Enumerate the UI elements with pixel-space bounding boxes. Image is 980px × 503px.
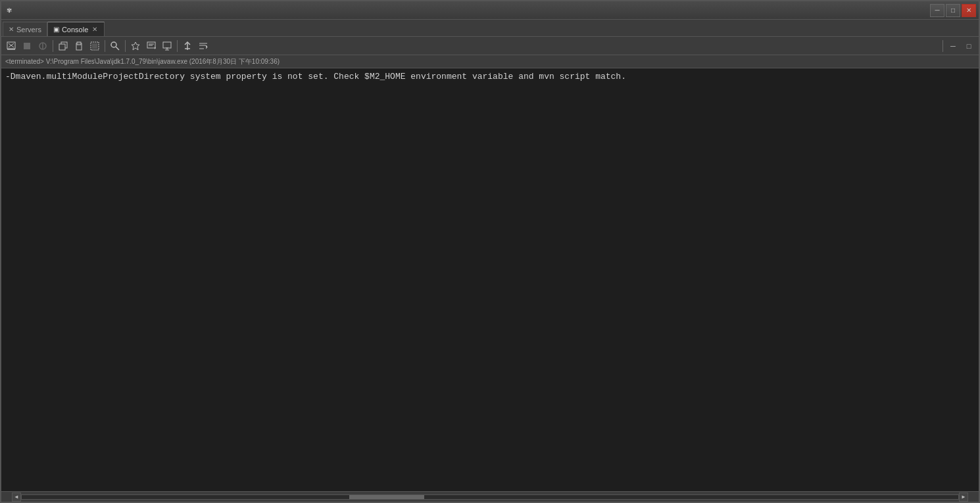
clear-console-button[interactable] bbox=[4, 39, 18, 53]
toolbar-sep-5 bbox=[943, 40, 943, 52]
svg-rect-10 bbox=[77, 42, 81, 45]
scroll-lock-button[interactable] bbox=[180, 39, 195, 53]
toolbar-sep-1 bbox=[53, 40, 53, 52]
scrollbar-left-button[interactable]: ◀ bbox=[12, 492, 21, 502]
select-all-icon bbox=[90, 41, 99, 51]
word-wrap-icon bbox=[199, 41, 208, 51]
scrollbar-track[interactable] bbox=[21, 494, 959, 500]
terminate-icon bbox=[22, 41, 32, 51]
console-container: -Dmaven.multiModuleProjectDirectory syst… bbox=[1, 68, 979, 502]
terminate-button[interactable] bbox=[20, 39, 34, 53]
find-icon bbox=[110, 41, 120, 51]
copy-button[interactable] bbox=[56, 39, 70, 53]
copy-icon bbox=[59, 41, 68, 51]
disconnect-button[interactable] bbox=[36, 39, 50, 53]
svg-rect-8 bbox=[59, 44, 65, 50]
tab-console[interactable]: ▣ Console ✕ bbox=[47, 22, 105, 36]
console-icon: ▣ bbox=[53, 26, 59, 33]
horizontal-scrollbar[interactable]: ◀ ▶ bbox=[1, 491, 979, 502]
eclipse-window: ✾ ─ □ ✕ ✕ Servers ▣ Console ✕ bbox=[0, 0, 980, 503]
display-console-button[interactable] bbox=[160, 39, 174, 53]
toolbar-right: ─ □ bbox=[941, 39, 976, 53]
maximize-button[interactable]: □ bbox=[946, 4, 960, 17]
display-icon bbox=[162, 41, 172, 51]
svg-line-14 bbox=[116, 47, 119, 50]
paste-icon bbox=[74, 41, 84, 51]
pin-icon bbox=[131, 41, 140, 51]
eclipse-icon: ✾ bbox=[4, 5, 14, 16]
toolbar-sep-2 bbox=[105, 40, 105, 52]
pin-console-button[interactable] bbox=[128, 39, 143, 53]
console-line-1: -Dmaven.multiModuleProjectDirectory syst… bbox=[5, 71, 975, 83]
process-info-text: <terminated> V:\Program Files\Java\jdk1.… bbox=[5, 57, 280, 66]
svg-rect-4 bbox=[24, 43, 30, 49]
scroll-lock-icon bbox=[183, 41, 192, 51]
disconnect-icon bbox=[38, 41, 47, 51]
select-all-button[interactable] bbox=[87, 39, 102, 53]
scrollbar-thumb[interactable] bbox=[349, 495, 424, 499]
clear-icon bbox=[7, 41, 16, 51]
open-console-button[interactable] bbox=[144, 39, 159, 53]
new-console-icon bbox=[147, 41, 156, 51]
process-info-bar: <terminated> V:\Program Files\Java\jdk1.… bbox=[1, 55, 979, 68]
svg-rect-20 bbox=[163, 42, 171, 48]
tab-servers[interactable]: ✕ Servers bbox=[3, 22, 47, 36]
servers-icon: ✕ bbox=[9, 26, 14, 33]
console-close-icon[interactable]: ✕ bbox=[91, 26, 99, 34]
tab-console-label: Console bbox=[62, 26, 88, 34]
toolbar-sep-4 bbox=[177, 40, 178, 52]
paste-button[interactable] bbox=[72, 39, 86, 53]
title-bar-left: ✾ bbox=[4, 5, 14, 16]
tab-servers-label: Servers bbox=[16, 26, 41, 34]
minimize-button[interactable]: ─ bbox=[930, 4, 944, 17]
svg-point-13 bbox=[111, 42, 116, 47]
console-toolbar: ─ □ bbox=[1, 37, 979, 55]
console-output: -Dmaven.multiModuleProjectDirectory syst… bbox=[1, 68, 979, 491]
word-wrap-button[interactable] bbox=[196, 39, 210, 53]
find-replace-button[interactable] bbox=[108, 39, 122, 53]
title-bar-controls: ─ □ ✕ bbox=[930, 4, 976, 17]
tab-bar: ✕ Servers ▣ Console ✕ bbox=[1, 20, 979, 37]
minimize-view-button[interactable]: ─ bbox=[946, 39, 960, 53]
svg-rect-12 bbox=[92, 43, 97, 49]
maximize-view-button[interactable]: □ bbox=[962, 39, 976, 53]
title-bar: ✾ ─ □ ✕ bbox=[1, 1, 979, 20]
svg-marker-15 bbox=[132, 42, 139, 50]
close-button[interactable]: ✕ bbox=[962, 4, 976, 17]
toolbar-sep-3 bbox=[125, 40, 126, 52]
scrollbar-right-button[interactable]: ▶ bbox=[959, 492, 968, 502]
